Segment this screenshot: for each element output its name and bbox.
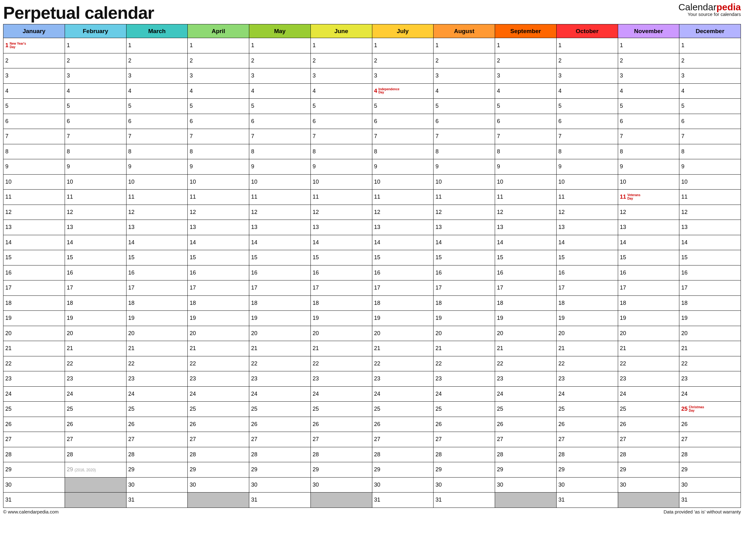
day-cell: 9 [188,159,249,175]
day-cell: 5 [618,99,679,114]
calendar-table: JanuaryFebruaryMarchAprilMayJuneJulyAugu… [3,24,741,508]
day-cell: 27 [3,432,65,447]
day-cell: 18 [126,295,188,311]
day-cell: 21 [310,341,372,357]
day-cell: 4 [65,83,126,99]
day-cell: 17 [372,281,434,296]
day-cell: 16 [495,265,557,281]
day-cell: 23 [126,371,188,387]
day-cell: 24 [126,386,188,402]
day-cell: 3 [618,68,679,84]
day-cell: 14 [3,235,65,250]
day-cell: 10 [495,174,557,190]
day-cell: 27 [495,432,557,447]
day-cell: 28 [679,447,741,462]
logo-brand-right: pedia [716,2,741,12]
day-cell: 4 [249,83,311,99]
day-cell: 9 [679,159,741,175]
day-cell: 6 [618,114,679,129]
day-cell: 24 [434,386,495,402]
day-cell: 23 [3,371,65,387]
day-cell: 6 [679,114,741,129]
day-cell: 24 [65,386,126,402]
day-cell: 2 [372,53,434,68]
day-cell: 3 [372,68,434,84]
day-cell: 26 [372,417,434,432]
day-cell: 27 [618,432,679,447]
day-cell: 21 [679,341,741,357]
day-cell: 27 [126,432,188,447]
day-cell: 15 [618,250,679,265]
day-cell: 27 [310,432,372,447]
day-cell: 13 [372,220,434,235]
day-cell: 8 [372,144,434,159]
day-cell: 26 [188,417,249,432]
day-cell: 9 [618,159,679,175]
day-cell: 21 [3,341,65,357]
day-cell: 11 [3,190,65,205]
month-header: March [126,24,188,38]
day-cell: 20 [618,326,679,341]
day-cell: 29 [249,462,311,478]
day-cell: 9 [434,159,495,175]
day-cell: 30 [372,477,434,492]
day-cell: 18 [495,295,557,311]
day-cell: 14 [679,235,741,250]
day-cell: 12 [65,204,126,220]
day-cell: 31 [434,492,495,508]
day-cell: 26 [249,417,311,432]
day-cell: 15 [126,250,188,265]
month-header: April [188,24,249,38]
day-cell: 25 [495,402,557,417]
day-cell: 18 [679,295,741,311]
day-cell: 16 [126,265,188,281]
day-cell: 3 [679,68,741,84]
day-cell: 2 [495,53,557,68]
day-cell: 26 [679,417,741,432]
day-cell: 24 [372,386,434,402]
day-cell: 5 [679,99,741,114]
day-cell: 19 [618,311,679,326]
day-cell: 25 [372,402,434,417]
day-cell: 19 [310,311,372,326]
day-cell: 17 [679,281,741,296]
day-cell: 18 [618,295,679,311]
day-cell: 25 [188,402,249,417]
day-cell: 22 [310,356,372,371]
day-cell: 12 [126,204,188,220]
day-cell: 31 [126,492,188,508]
day-cell: 14 [495,235,557,250]
day-cell: 7 [65,129,126,144]
day-cell: 15 [310,250,372,265]
day-cell: 29 [310,462,372,478]
day-cell: 10 [65,174,126,190]
day-cell: 2 [188,53,249,68]
day-cell: 28 [495,447,557,462]
day-cell: 19 [556,311,618,326]
day-cell: 16 [310,265,372,281]
day-cell: 10 [3,174,65,190]
day-cell: 1 [556,38,618,53]
day-cell: 6 [372,114,434,129]
day-cell: 19 [434,311,495,326]
day-cell: 12 [618,204,679,220]
day-cell: 11 [679,190,741,205]
day-cell: 25 [249,402,311,417]
day-cell: 21 [126,341,188,357]
day-cell: 1 [434,38,495,53]
day-cell: 28 [434,447,495,462]
day-cell: 4IndependenceDay [372,83,434,99]
day-cell: 3 [3,68,65,84]
day-cell: 20 [495,326,557,341]
day-cell: 25 [434,402,495,417]
day-cell: 13 [618,220,679,235]
day-cell: 20 [65,326,126,341]
day-cell: 3 [188,68,249,84]
day-cell: 5 [188,99,249,114]
day-cell: 6 [310,114,372,129]
day-cell: 12 [372,204,434,220]
day-cell: 11 [188,190,249,205]
day-cell: 23 [495,371,557,387]
day-cell: 13 [679,220,741,235]
day-cell: 2 [126,53,188,68]
